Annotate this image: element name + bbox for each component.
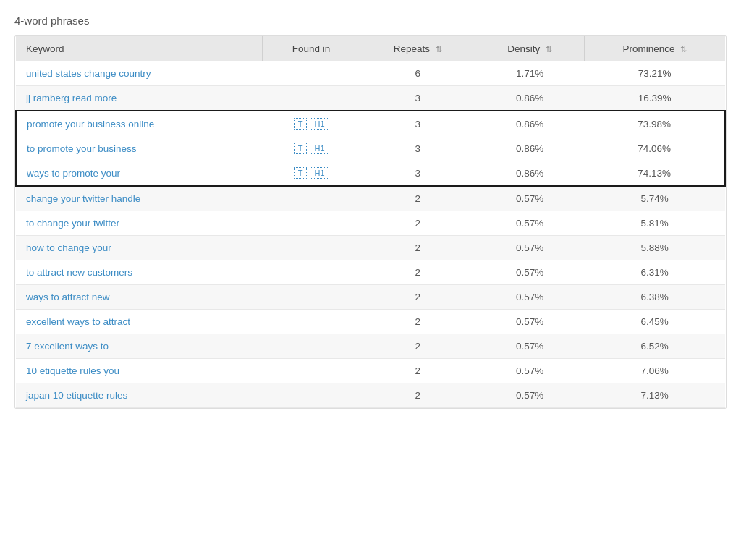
density-cell: 1.71% <box>475 61 585 86</box>
found-in-tag[interactable]: H1 <box>310 167 329 179</box>
found-in-tag[interactable]: H1 <box>310 143 329 154</box>
found-in-cell <box>263 61 360 86</box>
keyword-cell: ways to promote your <box>16 161 263 186</box>
density-cell: 0.57% <box>475 260 585 285</box>
prominence-cell: 7.06% <box>584 359 725 383</box>
repeats-cell: 2 <box>360 186 475 211</box>
keyword-link[interactable]: excellent ways to attract <box>26 316 130 327</box>
prominence-cell: 74.06% <box>584 136 725 161</box>
repeats-cell: 2 <box>360 236 475 260</box>
density-cell: 0.57% <box>475 383 585 408</box>
density-cell: 0.57% <box>475 334 585 359</box>
table-row: united states change country61.71%73.21% <box>16 61 725 86</box>
table-wrapper: Keyword Found in Repeats ⇅ Density ⇅ Pro… <box>14 35 727 409</box>
keyword-link[interactable]: 10 etiquette rules you <box>26 365 119 376</box>
density-sort-icon: ⇅ <box>546 45 552 54</box>
keyword-link[interactable]: to attract new customers <box>26 267 132 278</box>
table-row: promote your business onlineTH130.86%73.… <box>16 111 725 136</box>
found-in-tag[interactable]: T <box>294 143 308 154</box>
keyword-link[interactable]: jj ramberg read more <box>26 93 117 103</box>
found-in-cell: TH1 <box>263 161 360 186</box>
prominence-cell: 6.38% <box>584 285 725 310</box>
found-in-cell <box>263 236 360 260</box>
page-title: 4-word phrases <box>14 14 727 27</box>
repeats-cell: 2 <box>360 310 475 334</box>
found-in-cell <box>263 334 360 359</box>
repeats-cell: 2 <box>360 383 475 408</box>
prominence-cell: 16.39% <box>584 86 725 111</box>
keyword-link[interactable]: how to change your <box>26 242 111 253</box>
found-in-cell: TH1 <box>263 111 360 136</box>
keyword-link[interactable]: united states change country <box>26 68 151 79</box>
density-cell: 0.57% <box>475 236 585 260</box>
table-row: how to change your20.57%5.88% <box>16 236 725 260</box>
prominence-sort-icon: ⇅ <box>680 45 687 54</box>
table-row: 7 excellent ways to20.57%6.52% <box>16 334 725 359</box>
keyword-link[interactable]: ways to attract new <box>26 292 110 302</box>
col-density[interactable]: Density ⇅ <box>475 36 585 61</box>
col-found-in: Found in <box>263 36 360 61</box>
prominence-cell: 6.52% <box>584 334 725 359</box>
repeats-cell: 3 <box>360 111 475 136</box>
density-cell: 0.57% <box>475 211 585 236</box>
table-row: ways to promote yourTH130.86%74.13% <box>16 161 725 186</box>
prominence-cell: 5.74% <box>584 186 725 211</box>
found-in-cell <box>263 86 360 111</box>
repeats-cell: 6 <box>360 61 475 86</box>
keyword-link[interactable]: japan 10 etiquette rules <box>26 390 127 401</box>
keyword-link[interactable]: 7 excellent ways to <box>26 341 109 352</box>
found-in-tag[interactable]: H1 <box>310 118 329 130</box>
prominence-cell: 5.81% <box>584 211 725 236</box>
table-row: ways to attract new20.57%6.38% <box>16 285 725 310</box>
prominence-cell: 5.88% <box>584 236 725 260</box>
found-in-tag[interactable]: T <box>294 167 308 179</box>
prominence-cell: 74.13% <box>584 161 725 186</box>
found-in-cell <box>263 186 360 211</box>
table-row: to promote your businessTH130.86%74.06% <box>16 136 725 161</box>
table-row: japan 10 etiquette rules20.57%7.13% <box>16 383 725 408</box>
found-in-cell <box>263 285 360 310</box>
col-prominence[interactable]: Prominence ⇅ <box>584 36 725 61</box>
keyword-cell: 10 etiquette rules you <box>16 359 263 383</box>
density-cell: 0.86% <box>475 86 585 111</box>
table-header-row: Keyword Found in Repeats ⇅ Density ⇅ Pro… <box>16 36 725 61</box>
col-repeats[interactable]: Repeats ⇅ <box>360 36 475 61</box>
keyword-cell: united states change country <box>16 61 263 86</box>
keyword-link[interactable]: change your twitter handle <box>26 193 140 204</box>
found-in-tag[interactable]: T <box>294 118 308 130</box>
repeats-cell: 2 <box>360 359 475 383</box>
table-row: jj ramberg read more30.86%16.39% <box>16 86 725 111</box>
keyword-table: Keyword Found in Repeats ⇅ Density ⇅ Pro… <box>15 36 726 408</box>
prominence-cell: 73.21% <box>584 61 725 86</box>
density-cell: 0.57% <box>475 285 585 310</box>
found-in-cell: TH1 <box>263 136 360 161</box>
density-cell: 0.57% <box>475 359 585 383</box>
keyword-link[interactable]: to promote your business <box>27 143 137 154</box>
repeats-sort-icon: ⇅ <box>436 45 442 54</box>
found-in-cell <box>263 359 360 383</box>
keyword-cell: ways to attract new <box>16 285 263 310</box>
table-row: to change your twitter20.57%5.81% <box>16 211 725 236</box>
prominence-cell: 6.31% <box>584 260 725 285</box>
repeats-cell: 2 <box>360 260 475 285</box>
prominence-cell: 7.13% <box>584 383 725 408</box>
keyword-cell: to promote your business <box>16 136 263 161</box>
repeats-cell: 2 <box>360 285 475 310</box>
table-row: change your twitter handle20.57%5.74% <box>16 186 725 211</box>
repeats-cell: 3 <box>360 161 475 186</box>
keyword-link[interactable]: to change your twitter <box>26 218 119 229</box>
repeats-cell: 2 <box>360 211 475 236</box>
density-cell: 0.86% <box>475 111 585 136</box>
keyword-cell: 7 excellent ways to <box>16 334 263 359</box>
repeats-cell: 3 <box>360 86 475 111</box>
repeats-cell: 3 <box>360 136 475 161</box>
keyword-link[interactable]: ways to promote your <box>27 168 120 179</box>
found-in-cell <box>263 383 360 408</box>
density-cell: 0.57% <box>475 186 585 211</box>
keyword-cell: jj ramberg read more <box>16 86 263 111</box>
keyword-cell: to attract new customers <box>16 260 263 285</box>
table-row: 10 etiquette rules you20.57%7.06% <box>16 359 725 383</box>
keyword-link[interactable]: promote your business online <box>27 119 154 130</box>
density-cell: 0.57% <box>475 310 585 334</box>
keyword-cell: excellent ways to attract <box>16 310 263 334</box>
